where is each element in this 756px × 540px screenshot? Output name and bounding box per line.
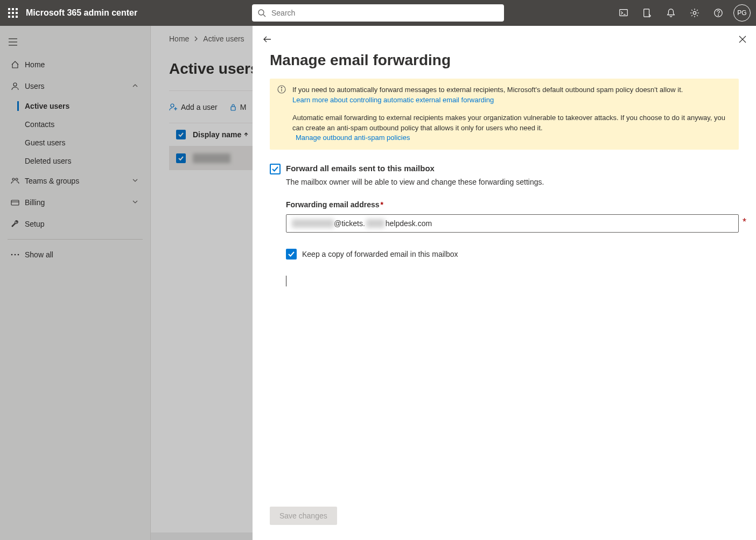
svg-point-9	[258, 10, 264, 15]
save-button[interactable]: Save changes	[270, 507, 337, 525]
search-field[interactable]	[271, 9, 504, 17]
svg-rect-6	[8, 16, 10, 18]
svg-rect-2	[16, 8, 18, 10]
keep-copy-label: Keep a copy of forwarded email in this m…	[302, 250, 458, 258]
svg-point-14	[693, 11, 696, 14]
text-caret	[286, 276, 286, 286]
app-launcher-icon[interactable]	[0, 0, 26, 26]
app-title[interactable]: Microsoft 365 admin center	[26, 8, 137, 18]
svg-rect-7	[12, 16, 14, 18]
svg-rect-5	[16, 12, 18, 14]
shell-icon[interactable]	[612, 0, 635, 26]
svg-line-10	[263, 15, 265, 17]
info-message: If you need to automatically forward mes…	[270, 79, 739, 150]
info-link-2[interactable]: Manage outbound anti-spam policies	[296, 134, 410, 142]
info-icon	[277, 85, 286, 97]
info-text-2: Automatic email forwarding to external r…	[292, 114, 725, 132]
forwarding-address-label: Forwarding email address*	[286, 200, 739, 209]
notifications-icon[interactable]	[659, 0, 683, 26]
avatar[interactable]: PG	[733, 4, 751, 22]
svg-rect-11	[620, 10, 627, 16]
svg-rect-13	[644, 9, 649, 17]
forwarding-address-input[interactable]: @tickets. helpdesk.com	[286, 214, 739, 233]
svg-point-16	[718, 15, 718, 16]
forward-all-label: Forward all emails sent to this mailbox	[286, 164, 435, 173]
redacted-local	[292, 219, 334, 228]
search-input[interactable]	[252, 4, 504, 22]
email-part-end: helpdesk.com	[386, 219, 432, 228]
help-icon[interactable]	[706, 0, 730, 26]
card-icon[interactable]	[635, 0, 659, 26]
info-link-1[interactable]: Learn more about controlling automatic e…	[292, 96, 494, 104]
keep-copy-checkbox[interactable]	[286, 249, 297, 260]
close-button[interactable]	[739, 36, 746, 45]
back-button[interactable]	[262, 34, 272, 46]
svg-rect-1	[12, 8, 14, 10]
info-text-1: If you need to automatically forward mes…	[292, 86, 683, 94]
svg-rect-0	[8, 8, 10, 10]
forward-all-description: The mailbox owner will be able to view a…	[286, 178, 739, 186]
flyout-panel: Manage email forwarding If you need to a…	[253, 26, 756, 540]
svg-rect-4	[12, 12, 14, 14]
panel-title: Manage email forwarding	[253, 52, 756, 69]
email-part-mid: @tickets.	[334, 219, 365, 228]
forward-all-checkbox[interactable]	[270, 164, 281, 174]
svg-point-36	[281, 87, 282, 88]
required-indicator: *	[743, 216, 746, 228]
svg-rect-3	[8, 12, 10, 14]
settings-icon[interactable]	[683, 0, 706, 26]
redacted-sub	[366, 219, 384, 228]
svg-rect-8	[16, 16, 18, 18]
